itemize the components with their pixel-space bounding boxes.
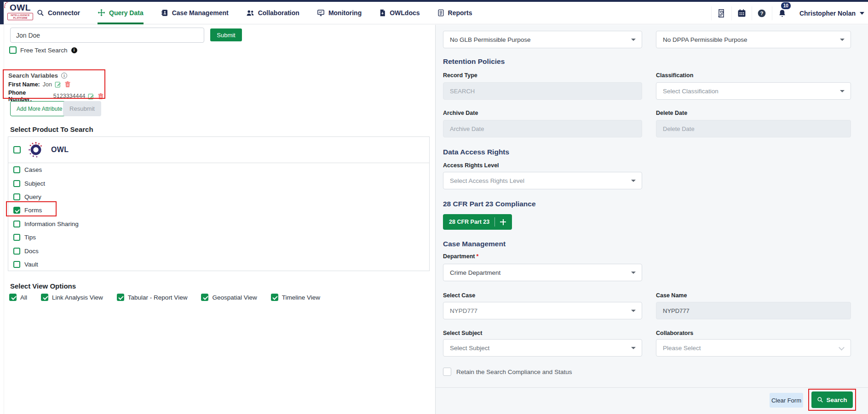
view-option-timeline[interactable]: Timeline View <box>271 294 320 301</box>
bell-icon <box>778 9 787 18</box>
view-option-geospatial[interactable]: Geospatial View <box>201 294 257 301</box>
variable-label: Phone Number: <box>8 90 51 102</box>
nav-item-collaboration[interactable]: Collaboration <box>246 2 299 24</box>
view-option-link-analysis[interactable]: Link Analysis View <box>41 294 103 301</box>
search-button[interactable]: Search <box>811 391 853 408</box>
checkbox-unchecked[interactable] <box>13 221 20 227</box>
owl-logo[interactable]: OWL INTELLIGENCE PLATFORM <box>7 3 33 20</box>
address-book-icon <box>161 9 168 17</box>
help-button[interactable]: ? <box>752 6 772 20</box>
data-access-rights-heading: Data Access Rights <box>443 148 509 156</box>
notifications-button[interactable]: 10 <box>772 6 792 20</box>
dppa-purpose-dropdown[interactable]: No DPPA Permissible Purpose <box>656 31 851 48</box>
checkbox-unchecked[interactable] <box>9 46 17 54</box>
cfr-button-label: 28 CFR Part 23 <box>449 219 489 225</box>
select-case-value: NYPD777 <box>450 307 477 314</box>
view-section-title: Select View Options <box>10 282 76 290</box>
view-option-tabular-report[interactable]: Tabular - Report View <box>117 294 188 301</box>
retain-compliance-checkbox[interactable]: Retain the Search Compliance and Status <box>443 368 572 376</box>
product-section-title: Select Product To Search <box>10 125 93 133</box>
checkbox-checked[interactable] <box>13 207 20 214</box>
top-navigation-bar: OWL INTELLIGENCE PLATFORM Connector Quer… <box>0 0 868 24</box>
chevron-down-icon <box>860 12 864 15</box>
checkbox-unchecked[interactable] <box>13 234 20 241</box>
cfr-part-23-button[interactable]: 28 CFR Part 23 <box>443 214 512 230</box>
select-case-dropdown[interactable]: NYPD777 <box>443 302 642 319</box>
checkbox-checked[interactable] <box>117 294 124 301</box>
product-group-row[interactable]: OWL <box>8 137 429 163</box>
top-edge-strip <box>0 0 868 2</box>
glb-purpose-dropdown[interactable]: No GLB Permissible Purpose <box>443 31 642 48</box>
owl-logo-text: OWL <box>7 3 33 12</box>
checkbox-unchecked[interactable] <box>13 193 20 200</box>
edit-icon[interactable] <box>88 93 95 100</box>
access-rights-level-dropdown[interactable]: Select Access Rights Level <box>443 172 642 189</box>
nav-item-connector[interactable]: Connector <box>37 2 80 24</box>
classification-dropdown[interactable]: Select Classification <box>656 82 851 100</box>
calendar-button[interactable] <box>731 6 752 20</box>
case-name-label: Case Name <box>656 292 687 299</box>
nav-item-case-management[interactable]: Case Management <box>161 2 229 24</box>
nav-item-monitoring[interactable]: Monitoring <box>317 2 362 24</box>
required-asterisk: * <box>476 253 478 260</box>
select-subject-value: Select Subject <box>450 345 489 352</box>
people-icon <box>246 9 254 17</box>
product-list: Cases Subject Query Forms Information Sh… <box>8 163 429 271</box>
nav-item-label: Case Management <box>172 9 229 17</box>
checkbox-checked[interactable] <box>41 294 48 301</box>
owl-logo-tagline: INTELLIGENCE PLATFORM <box>7 13 33 20</box>
search-input[interactable] <box>10 28 204 43</box>
activity-report-button[interactable] <box>711 6 731 20</box>
delete-date-placeholder: Delete Date <box>663 125 695 132</box>
submit-button[interactable]: Submit <box>210 28 242 41</box>
product-row-vault[interactable]: Vault <box>13 258 429 271</box>
info-icon[interactable]: i <box>71 47 77 53</box>
product-label: Subject <box>24 180 45 187</box>
select-subject-dropdown[interactable]: Select Subject <box>443 339 642 357</box>
add-more-attribute-button[interactable]: Add More Attribute <box>10 101 69 116</box>
activity-report-icon <box>717 9 726 18</box>
product-row-forms[interactable]: Forms <box>13 204 429 217</box>
collaborators-label: Collaborators <box>656 330 693 336</box>
access-rights-level-value: Select Access Rights Level <box>450 177 524 184</box>
product-selection-box: OWL Cases Subject Query Forms Informatio… <box>8 136 430 271</box>
product-row-tips[interactable]: Tips <box>13 231 429 244</box>
checkbox-unchecked[interactable] <box>13 261 20 268</box>
checkbox-checked[interactable] <box>9 294 17 301</box>
product-row-cases[interactable]: Cases <box>13 163 429 176</box>
resubmit-button[interactable]: Resubmit <box>63 101 101 116</box>
department-label: Department* <box>443 253 478 260</box>
user-menu[interactable]: Christopher Nolan <box>799 10 864 17</box>
nav-item-owldocs[interactable]: OWLdocs <box>379 2 420 24</box>
checkbox-checked[interactable] <box>201 294 208 301</box>
department-dropdown[interactable]: Crime Department <box>443 264 642 281</box>
product-row-docs[interactable]: Docs <box>13 244 429 257</box>
view-options-row: All Link Analysis View Tabular - Report … <box>9 294 320 301</box>
plus-icon[interactable] <box>500 219 506 225</box>
variable-value: 5123334444 <box>53 93 86 99</box>
edit-icon[interactable] <box>55 81 62 88</box>
delete-icon[interactable] <box>64 81 71 88</box>
checkbox-unchecked[interactable] <box>443 368 451 376</box>
product-label: Query <box>24 193 41 200</box>
free-text-search-checkbox[interactable]: Free Text Search i <box>9 46 77 54</box>
nav-item-reports[interactable]: Reports <box>437 2 472 24</box>
checkbox-checked[interactable] <box>271 294 278 301</box>
checkbox-unchecked[interactable] <box>13 166 20 173</box>
product-row-subject[interactable]: Subject <box>13 176 429 190</box>
product-label: Information Sharing <box>24 221 79 227</box>
product-row-information-sharing[interactable]: Information Sharing <box>13 217 429 231</box>
checkbox-unchecked[interactable] <box>13 180 20 187</box>
product-row-query[interactable]: Query <box>13 190 429 204</box>
delete-icon[interactable] <box>98 93 104 100</box>
checkbox-unchecked[interactable] <box>13 248 20 255</box>
view-option-all[interactable]: All <box>9 294 27 301</box>
variable-value: Jon <box>43 81 52 88</box>
clear-form-button[interactable]: Clear Form <box>770 393 803 408</box>
collaborators-input[interactable]: Please Select <box>656 339 851 357</box>
nav-item-query-data[interactable]: Query Data <box>98 2 144 24</box>
nav-item-label: Collaboration <box>258 9 299 17</box>
info-icon[interactable]: i <box>61 73 67 79</box>
checkbox-unchecked[interactable] <box>13 146 21 153</box>
main-nav: Connector Query Data Case Management Col… <box>37 2 472 24</box>
